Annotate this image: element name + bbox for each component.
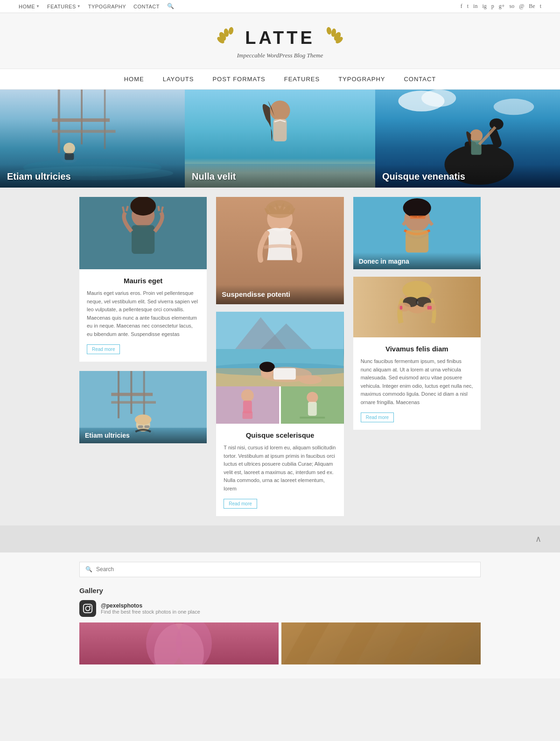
social-instagram[interactable]: ig bbox=[482, 3, 486, 10]
svg-point-2 bbox=[228, 27, 234, 35]
quisque-card-body: Quisque scelerisque T nisl nisi, cursus … bbox=[216, 424, 343, 516]
main-nav-typography[interactable]: TYPOGRAPHY bbox=[338, 76, 385, 83]
svg-point-67 bbox=[241, 389, 254, 402]
quisque-card: Quisque scelerisque T nisl nisi, cursus … bbox=[216, 312, 343, 516]
nav-link-typography[interactable]: TYPOGRAPHY bbox=[88, 4, 126, 9]
svg-point-54 bbox=[266, 200, 294, 218]
svg-line-38 bbox=[161, 207, 163, 212]
hero-item-3[interactable]: Quisque venenatis bbox=[375, 90, 560, 188]
mauris-read-more[interactable]: Read more bbox=[87, 344, 120, 354]
etiam-card-title: Etiam ultricies bbox=[85, 432, 130, 439]
svg-point-95 bbox=[85, 606, 90, 610]
svg-point-89 bbox=[398, 302, 410, 311]
social-so[interactable]: so bbox=[510, 3, 515, 10]
social-facebook[interactable]: f bbox=[461, 3, 462, 10]
donec-overlay: Donec in magna bbox=[353, 252, 481, 269]
site-header: LATTE Impeccable WordPress Blog Theme bbox=[0, 13, 560, 69]
main-nav-contact[interactable]: CONTACT bbox=[404, 76, 436, 83]
instagram-handle: @pexelsphotos bbox=[101, 602, 200, 609]
etiam-card[interactable]: Etiam ultricies bbox=[79, 371, 207, 443]
vivamus-read-more[interactable]: Read more bbox=[361, 412, 394, 422]
gallery-item-1[interactable] bbox=[79, 622, 279, 664]
quisque-image-row bbox=[216, 386, 343, 424]
svg-point-65 bbox=[299, 375, 322, 384]
svg-point-50 bbox=[135, 414, 152, 425]
instagram-description: Find the best free stock photos in one p… bbox=[101, 609, 200, 615]
site-title: LATTE bbox=[245, 28, 315, 48]
main-nav-post-formats[interactable]: POST FORMATS bbox=[212, 76, 265, 83]
svg-rect-94 bbox=[84, 604, 92, 612]
social-behance[interactable]: Be bbox=[529, 3, 535, 10]
mauris-card: Mauris eget Mauris eget varius eros. Pro… bbox=[79, 197, 207, 362]
gallery-section: Gallery @pexelsphotos Find the best free… bbox=[79, 587, 481, 664]
social-gplus[interactable]: g+ bbox=[499, 3, 505, 10]
gallery-item-2[interactable] bbox=[281, 622, 481, 664]
svg-point-6 bbox=[326, 27, 332, 35]
nav-item-home[interactable]: HOME ▼ bbox=[19, 4, 40, 9]
svg-rect-9 bbox=[81, 90, 83, 144]
social-pinterest[interactable]: p bbox=[491, 3, 494, 10]
svg-point-16 bbox=[63, 143, 75, 154]
quisque-small-image-1 bbox=[216, 386, 279, 424]
hero-overlay-3: Quisque venenatis bbox=[375, 164, 560, 188]
svg-line-35 bbox=[123, 207, 124, 212]
svg-point-85 bbox=[402, 281, 432, 299]
svg-rect-78 bbox=[417, 216, 426, 219]
etiam-card-overlay: Etiam ultricies bbox=[79, 426, 207, 443]
svg-rect-12 bbox=[52, 130, 115, 133]
main-nav-features[interactable]: FEATURES bbox=[284, 76, 320, 83]
social-tumblr[interactable]: t bbox=[540, 3, 541, 10]
hero-title-2: Nulla velit bbox=[192, 171, 236, 182]
svg-point-18 bbox=[270, 100, 290, 120]
svg-rect-69 bbox=[243, 411, 253, 419]
svg-rect-68 bbox=[243, 401, 252, 413]
search-icon-top[interactable]: 🔍 bbox=[167, 3, 174, 10]
middle-column: Suspendisse potenti bbox=[216, 197, 343, 516]
svg-point-96 bbox=[90, 605, 91, 607]
nav-item-features[interactable]: FEATURES ▼ bbox=[47, 4, 81, 9]
social-twitter[interactable]: t bbox=[467, 3, 469, 10]
nav-link-home[interactable]: HOME bbox=[19, 4, 35, 9]
donec-card[interactable]: Donec in magna bbox=[353, 197, 481, 269]
vivamus-card: Vivamus felis diam Nunc faucibus ferment… bbox=[353, 277, 481, 430]
svg-rect-91 bbox=[399, 306, 402, 309]
top-bar: HOME ▼ FEATURES ▼ TYPOGRAPHY CONTACT 🔍 f… bbox=[0, 0, 560, 13]
donec-title: Donec in magna bbox=[359, 258, 409, 265]
suspendisse-card[interactable]: Suspendisse potenti bbox=[216, 197, 343, 304]
suspendisse-overlay: Suspendisse potenti bbox=[216, 285, 343, 304]
svg-point-23 bbox=[494, 99, 534, 115]
svg-rect-93 bbox=[429, 306, 431, 309]
svg-rect-11 bbox=[52, 119, 110, 122]
search-bar[interactable]: 🔍 bbox=[79, 562, 481, 577]
search-input[interactable] bbox=[96, 566, 475, 573]
scroll-to-top-button[interactable]: ∧ bbox=[535, 534, 541, 544]
scroll-to-top-section: ∧ bbox=[0, 525, 560, 552]
quisque-main-image bbox=[216, 312, 343, 386]
hero-item-2[interactable]: Nulla velit bbox=[185, 90, 375, 188]
right-column: Donec in magna bbox=[353, 197, 481, 516]
instagram-info: @pexelsphotos Find the best free stock p… bbox=[101, 602, 200, 615]
nav-link-features[interactable]: FEATURES bbox=[47, 4, 76, 9]
quisque-card-text: T nisl nisi, cursus id lorem eu, aliquam… bbox=[224, 444, 336, 493]
svg-point-28 bbox=[490, 119, 504, 130]
hero-section: Etiam ultricies Nulla velit bbox=[0, 90, 560, 188]
site-tagline: Impeccable WordPress Blog Theme bbox=[9, 52, 551, 59]
quisque-read-more[interactable]: Read more bbox=[224, 499, 257, 509]
dropdown-arrow-home: ▼ bbox=[36, 4, 40, 8]
svg-line-36 bbox=[126, 206, 128, 211]
social-icons: f t in ig p g+ so @ Be t bbox=[461, 3, 541, 10]
svg-point-33 bbox=[130, 197, 156, 216]
hero-item-1[interactable]: Etiam ultricies bbox=[0, 90, 185, 188]
main-nav-layouts[interactable]: LAYOUTS bbox=[163, 76, 194, 83]
svg-point-76 bbox=[403, 198, 431, 217]
social-at[interactable]: @ bbox=[519, 3, 524, 10]
content-section: Mauris eget Mauris eget varius eros. Pro… bbox=[0, 188, 560, 525]
main-nav-home[interactable]: HOME bbox=[124, 76, 144, 83]
vivamus-card-title: Vivamus felis diam bbox=[361, 345, 473, 353]
site-logo: LATTE bbox=[9, 27, 551, 49]
quisque-small-image-2 bbox=[281, 386, 344, 424]
social-linkedin[interactable]: in bbox=[473, 3, 477, 10]
footer-section: 🔍 Gallery @pexelsphotos Find the best fr… bbox=[0, 552, 560, 678]
nav-link-contact-top[interactable]: CONTACT bbox=[133, 4, 160, 9]
suspendisse-title: Suspendisse potenti bbox=[222, 290, 290, 298]
